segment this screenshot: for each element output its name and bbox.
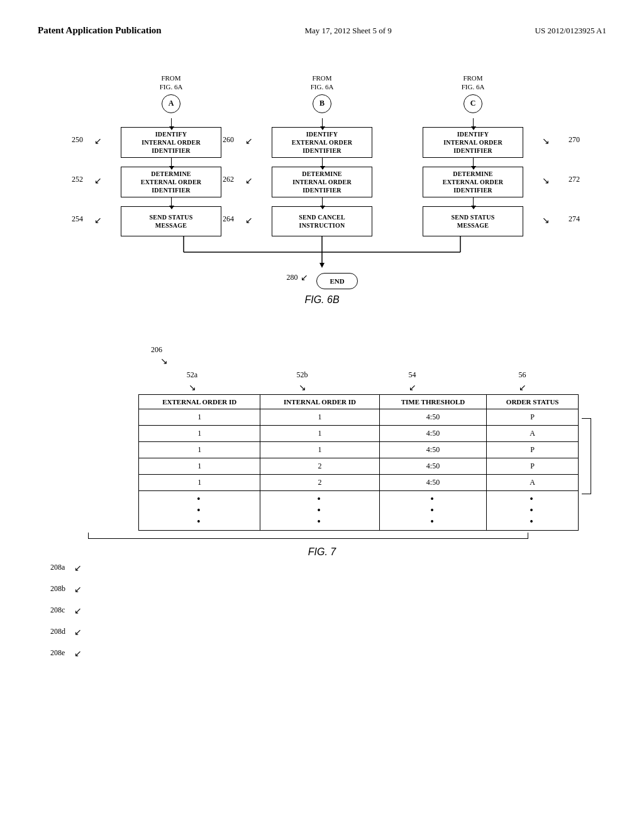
page-header: Patent Application Publication May 17, 2…	[38, 25, 606, 36]
col-header-int-order-id: INTERNAL ORDER ID	[260, 394, 379, 409]
col-ref-52a: 52a	[137, 370, 247, 380]
row-ref-208e: 208e	[50, 648, 65, 658]
box-identify-external-b: IDENTIFYEXTERNAL ORDERIDENTIFIER	[272, 127, 372, 158]
box-identify-internal-a: IDENTIFYINTERNAL ORDERIDENTIFIER	[121, 127, 221, 158]
arrow-ref-262: ↙	[245, 175, 253, 186]
right-bracket	[582, 418, 591, 494]
box-send-status-c: SEND STATUSMESSAGE	[423, 206, 523, 236]
ref-264: 264	[223, 214, 234, 224]
from-label-a: FROMFIG. 6A	[160, 74, 183, 92]
arrow-b3	[322, 197, 323, 206]
col-header-time-threshold: TIME THRESHOLD	[379, 394, 487, 409]
cell-int-id-208a: 1	[260, 409, 379, 425]
arrow-208d: ↙	[74, 627, 82, 638]
arrow-208a: ↙	[74, 563, 82, 573]
col-ref-56: 56	[467, 370, 577, 380]
ref-260: 260	[223, 135, 234, 145]
arrow-208e: ↙	[74, 648, 82, 659]
circle-a: A	[162, 94, 180, 113]
cell-ext-id-208c: 1	[139, 441, 260, 458]
ref-262: 262	[223, 175, 234, 184]
cell-ext-id-208a: 1	[139, 409, 260, 425]
svg-marker-6	[319, 263, 325, 268]
circle-b: B	[313, 94, 331, 113]
col-ref-52b: 52b	[247, 370, 357, 380]
arrow-a3	[171, 197, 172, 206]
patent-number: US 2012/0123925 A1	[535, 26, 606, 36]
col-header-order-status: ORDER STATUS	[487, 394, 579, 409]
dots-col2: •••	[260, 490, 379, 530]
arrow-ref-252: ↙	[94, 175, 102, 186]
box-send-status-a: SEND STATUSMESSAGE	[121, 206, 221, 236]
ref-250: 250	[72, 135, 83, 145]
arrow-ref-270: ↘	[542, 136, 550, 147]
arrow-ref-274: ↘	[542, 215, 550, 226]
publication-label: Patent Application Publication	[38, 25, 162, 36]
ref-274: 274	[569, 214, 580, 224]
cell-int-id-208c: 1	[260, 441, 379, 458]
data-table: EXTERNAL ORDER ID INTERNAL ORDER ID TIME…	[138, 394, 579, 531]
cell-status-208e: A	[487, 474, 579, 490]
arrow-208c: ↙	[74, 606, 82, 616]
end-box: END	[316, 273, 357, 289]
col-arrow-56: ↙	[467, 382, 577, 393]
table-row-208e: 1 2 4:50 A	[139, 474, 579, 490]
row-ref-208a: 208a	[50, 563, 65, 572]
dots-col3: •••	[379, 490, 487, 530]
col-header-ext-order-id: EXTERNAL ORDER ID	[139, 394, 260, 409]
ref-272: 272	[569, 175, 580, 184]
arrow-a1	[171, 118, 172, 127]
from-label-c: FROMFIG. 6A	[462, 74, 485, 92]
flow-col-a: FROMFIG. 6A A 250 ↙ IDENTIFYINTERNAL ORD…	[108, 74, 234, 236]
arrow-208b: ↙	[74, 584, 82, 595]
arrow-206: ↘	[160, 356, 606, 367]
cell-time-208a: 4:50	[379, 409, 487, 425]
fig7-diagram: 206 ↘ 52a 52b 54 56 ↘ ↘ ↙ ↙	[38, 343, 606, 558]
cell-int-id-208d: 2	[260, 458, 379, 474]
cell-int-id-208b: 1	[260, 425, 379, 441]
flow-col-c: FROMFIG. 6A C ↘ 270 IDENTIFYINTERNAL ORD…	[410, 74, 536, 236]
cell-ext-id-208d: 1	[139, 458, 260, 474]
cell-status-208c: P	[487, 441, 579, 458]
arrow-c2	[473, 158, 474, 167]
cell-time-208c: 4:50	[379, 441, 487, 458]
sheet-info: May 17, 2012 Sheet 5 of 9	[304, 26, 391, 36]
fig7-label: FIG. 7	[38, 546, 606, 558]
arrow-end: ↙	[301, 272, 308, 283]
col-arrow-54: ↙	[357, 382, 467, 393]
ref-280: 280	[286, 273, 297, 282]
cell-status-208b: A	[487, 425, 579, 441]
flow-col-b: FROMFIG. 6A B 260 ↙ IDENTIFYEXTERNAL ORD…	[259, 74, 385, 236]
cell-time-208b: 4:50	[379, 425, 487, 441]
arrow-ref-264: ↙	[245, 215, 253, 226]
arrow-ref-250: ↙	[94, 136, 102, 147]
from-label-b: FROMFIG. 6A	[311, 74, 334, 92]
cell-status-208d: P	[487, 458, 579, 474]
arrow-ref-260: ↙	[245, 136, 253, 147]
circle-c: C	[464, 94, 482, 113]
cell-int-id-208e: 2	[260, 474, 379, 490]
row-ref-208d: 208d	[50, 627, 65, 636]
cell-ext-id-208b: 1	[139, 425, 260, 441]
table-row-208a: 1 1 4:50 P	[139, 409, 579, 425]
ref-252: 252	[72, 175, 83, 184]
arrow-b2	[322, 158, 323, 167]
cell-time-208e: 4:50	[379, 474, 487, 490]
ref-270: 270	[569, 135, 580, 145]
table-row-dots: ••• ••• ••• •••	[139, 490, 579, 530]
col-arrow-52b: ↘	[247, 382, 357, 393]
row-ref-208c: 208c	[50, 606, 65, 615]
ref-254: 254	[72, 214, 83, 224]
table-row-208b: 1 1 4:50 A	[139, 425, 579, 441]
arrow-ref-254: ↙	[94, 215, 102, 226]
table-row-208c: 1 1 4:50 P	[139, 441, 579, 458]
cell-status-208a: P	[487, 409, 579, 425]
dots-col4: •••	[487, 490, 579, 530]
arrow-b1	[322, 118, 323, 127]
converge-lines	[114, 236, 530, 268]
dots-col1: •••	[139, 490, 260, 530]
table-container: EXTERNAL ORDER ID INTERNAL ORDER ID TIME…	[88, 394, 606, 539]
cell-ext-id-208e: 1	[139, 474, 260, 490]
col-ref-54: 54	[357, 370, 467, 380]
ref-206-label: 206	[151, 345, 162, 354]
